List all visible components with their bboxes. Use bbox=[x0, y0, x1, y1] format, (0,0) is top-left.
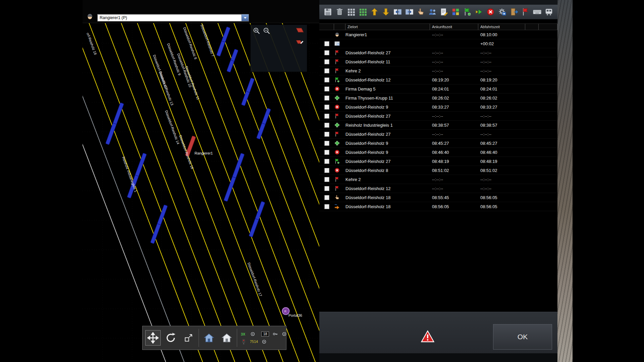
table-row[interactable]: Kehre 2--:--:----:--:-- bbox=[319, 66, 557, 75]
row-checkbox[interactable] bbox=[324, 132, 329, 137]
ankunft-cell: --:--:-- bbox=[430, 114, 478, 119]
combo-dropdown-button[interactable] bbox=[241, 14, 249, 21]
col-abfahrtszeit: Abfahrtszeit bbox=[478, 24, 525, 30]
home-view-button[interactable] bbox=[201, 330, 217, 346]
zielort-cell: Rangierer1 bbox=[345, 32, 430, 37]
row-checkbox[interactable] bbox=[324, 59, 329, 64]
map-indicators: 3X 18 7514 bbox=[241, 331, 287, 345]
key-icon[interactable] bbox=[272, 331, 278, 337]
edit-list-icon[interactable] bbox=[440, 7, 449, 16]
schedule-rows: Rangierer1--:--:--08:10:00+00:02Düsseldo… bbox=[319, 30, 557, 211]
row-checkbox[interactable] bbox=[324, 123, 329, 128]
table-row[interactable]: Firma Thyssen-Krupp 1108:26:0208:26:02 bbox=[319, 94, 557, 103]
split-right-icon[interactable] bbox=[405, 7, 414, 16]
table-row[interactable]: Düsseldorf-Reisholz 808:51:0208:51:02 bbox=[319, 166, 557, 175]
flag-red-icon bbox=[334, 176, 340, 182]
row-checkbox[interactable] bbox=[324, 159, 329, 164]
table-row[interactable]: Düsseldorf-Reisholz 12--:--:----:--:-- bbox=[319, 184, 557, 193]
row-checkbox[interactable] bbox=[324, 186, 329, 191]
row-checkbox[interactable] bbox=[324, 141, 329, 146]
abfahrt-cell: --:--:-- bbox=[478, 50, 525, 55]
map-transform-button[interactable] bbox=[181, 330, 196, 346]
radio-indicator-icon[interactable] bbox=[261, 339, 267, 345]
driver-icon bbox=[334, 32, 340, 38]
indicator-7514: 7514 bbox=[250, 340, 258, 344]
abfahrt-cell: 08:24:01 bbox=[478, 86, 525, 92]
move-down-icon[interactable] bbox=[381, 7, 390, 16]
delete-icon[interactable] bbox=[335, 7, 344, 16]
schedule-panel: Zielort Ankunftszeit Abfahrtszeit Rangie… bbox=[319, 0, 557, 362]
route-arrows-icon[interactable] bbox=[475, 7, 484, 16]
area-tool-button[interactable] bbox=[294, 25, 306, 35]
row-checkbox[interactable] bbox=[324, 150, 329, 155]
table-row[interactable]: Kehre 2--:--:----:--:-- bbox=[319, 175, 557, 184]
move-up-icon[interactable] bbox=[370, 7, 379, 16]
row-checkbox[interactable] bbox=[324, 96, 329, 101]
row-checkbox[interactable] bbox=[324, 114, 329, 119]
abfahrt-cell: 08:10:00 bbox=[478, 32, 525, 37]
ankunft-cell: 08:26:02 bbox=[430, 96, 478, 101]
table-row[interactable]: Firma Demag 508:24:0108:24:01 bbox=[319, 84, 557, 94]
zoom-in-button[interactable] bbox=[253, 27, 261, 35]
row-checkbox[interactable] bbox=[324, 204, 329, 209]
table-row[interactable]: Düsseldorf-Reisholz 908:45:2708:45:27 bbox=[319, 139, 557, 148]
depot-icon[interactable] bbox=[544, 7, 553, 16]
color-grid-icon[interactable] bbox=[451, 7, 460, 16]
row-checkbox[interactable] bbox=[324, 168, 329, 173]
table-row[interactable]: Düsseldorf-Reisholz 27--:--:----:--:-- bbox=[319, 112, 557, 121]
row-checkbox[interactable] bbox=[324, 50, 329, 55]
remove-stop-icon[interactable] bbox=[486, 7, 495, 16]
row-checkbox[interactable] bbox=[324, 41, 329, 46]
abfahrt-cell: 08:46:40 bbox=[478, 150, 525, 155]
table-row[interactable]: +00:02 bbox=[319, 39, 557, 48]
split-left-icon[interactable] bbox=[393, 7, 402, 16]
home-alt-button[interactable] bbox=[219, 330, 234, 346]
track-map[interactable]: Rangierer1orf-Reisholz 18Düsseldorf-Reis… bbox=[83, 23, 319, 362]
radio-indicator-icon[interactable] bbox=[250, 331, 256, 337]
signal-icon[interactable] bbox=[241, 339, 247, 345]
row-checkbox[interactable] bbox=[324, 105, 329, 110]
zoom-out-button[interactable] bbox=[263, 27, 271, 35]
ok-button[interactable]: OK bbox=[493, 324, 552, 350]
track-label: Düsseldorf-Reisholz 13 bbox=[158, 71, 174, 106]
hand-icon[interactable] bbox=[416, 7, 425, 16]
indicator-3x: 3X bbox=[241, 332, 247, 336]
row-checkbox[interactable] bbox=[324, 68, 329, 73]
abfahrt-cell: 08:33:27 bbox=[478, 105, 525, 110]
abfahrt-cell: 08:19:20 bbox=[478, 77, 525, 82]
row-checkbox[interactable] bbox=[324, 195, 329, 200]
table-row[interactable]: Düsseldorf-Reisholz 908:46:4008:46:40 bbox=[319, 148, 557, 157]
ball-x-icon bbox=[334, 86, 340, 92]
row-checkbox[interactable] bbox=[324, 86, 329, 92]
add-stop-icon[interactable] bbox=[463, 7, 472, 16]
table-row[interactable]: Düsseldorf-Reisholz 27--:--:----:--:-- bbox=[319, 48, 557, 57]
settings-icon[interactable] bbox=[498, 7, 507, 16]
abfahrt-cell: --:--:-- bbox=[478, 186, 525, 191]
table-row[interactable]: Düsseldorf-Reisholz 1208:19:2008:19:20 bbox=[319, 75, 557, 84]
exit-icon[interactable] bbox=[509, 7, 519, 16]
ankunft-cell: 08:45:27 bbox=[430, 141, 478, 146]
zielort-cell: Düsseldorf-Reisholz 18 bbox=[345, 204, 430, 209]
zielort-cell: Düsseldorf-Reisholz 12 bbox=[345, 186, 430, 191]
keyboard-icon[interactable] bbox=[533, 7, 542, 16]
table-row[interactable]: Düsseldorf-Reisholz 27--:--:----:--:-- bbox=[319, 130, 557, 139]
contacts-icon[interactable] bbox=[428, 7, 437, 16]
flag-icon[interactable] bbox=[521, 7, 530, 16]
table-row[interactable]: Rangierer1--:--:--08:10:00 bbox=[319, 30, 557, 39]
map-rotate-button[interactable] bbox=[163, 330, 178, 346]
table-row[interactable]: Düsseldorf-Reisholz 2708:48:1908:48:19 bbox=[319, 157, 557, 166]
area-edit-tool-button[interactable] bbox=[294, 37, 306, 46]
table-row[interactable]: Düsseldorf-Reisholz 11--:--:----:--:-- bbox=[319, 57, 557, 66]
table-row[interactable]: Reisholz Industriegleis 108:38:5708:38:5… bbox=[319, 121, 557, 130]
train-select[interactable]: Rangierer1 (P) bbox=[97, 14, 249, 21]
row-checkbox[interactable] bbox=[324, 77, 329, 82]
save-icon[interactable] bbox=[323, 7, 332, 16]
grid-large-icon[interactable] bbox=[358, 7, 367, 16]
table-row[interactable]: Düsseldorf-Reisholz 908:33:2708:33:27 bbox=[319, 103, 557, 112]
grid-small-icon[interactable] bbox=[346, 7, 356, 16]
row-checkbox[interactable] bbox=[324, 177, 329, 182]
radio-indicator-icon[interactable] bbox=[281, 331, 287, 337]
table-row[interactable]: Düsseldorf-Reisholz 1808:56:0508:56:05 bbox=[319, 202, 557, 211]
map-move-button[interactable] bbox=[145, 330, 161, 346]
table-row[interactable]: Düsseldorf-Reisholz 1808:55:4508:56:05 bbox=[319, 193, 557, 202]
